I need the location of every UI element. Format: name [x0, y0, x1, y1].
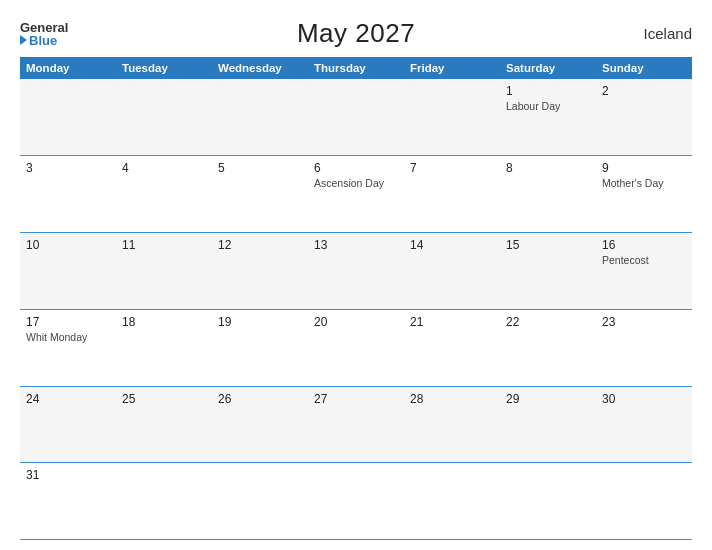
day-number: 8: [506, 161, 590, 175]
day-number: 21: [410, 315, 494, 329]
calendar-day-cell: 15: [500, 233, 596, 310]
calendar-week-row: 1Labour Day2: [20, 79, 692, 156]
header-tuesday: Tuesday: [116, 57, 212, 79]
calendar-day-cell: 7: [404, 156, 500, 233]
day-number: 13: [314, 238, 398, 252]
day-number: 3: [26, 161, 110, 175]
calendar-day-cell: 14: [404, 233, 500, 310]
calendar-day-cell: 8: [500, 156, 596, 233]
day-number: 16: [602, 238, 686, 252]
calendar-day-cell: 16Pentecost: [596, 233, 692, 310]
header-monday: Monday: [20, 57, 116, 79]
calendar-day-cell: [212, 463, 308, 540]
calendar-day-cell: 20: [308, 309, 404, 386]
calendar-day-cell: 22: [500, 309, 596, 386]
calendar-day-cell: 30: [596, 386, 692, 463]
calendar-day-cell: 18: [116, 309, 212, 386]
calendar-table: Monday Tuesday Wednesday Thursday Friday…: [20, 57, 692, 540]
calendar-day-cell: 26: [212, 386, 308, 463]
calendar-day-cell: [212, 79, 308, 156]
logo-general-text: General: [20, 21, 68, 34]
calendar-day-cell: 5: [212, 156, 308, 233]
calendar-week-row: 31: [20, 463, 692, 540]
calendar-day-cell: [500, 463, 596, 540]
day-number: 30: [602, 392, 686, 406]
day-number: 4: [122, 161, 206, 175]
calendar-day-cell: 31: [20, 463, 116, 540]
calendar-day-cell: 9Mother's Day: [596, 156, 692, 233]
calendar-day-cell: 19: [212, 309, 308, 386]
day-number: 19: [218, 315, 302, 329]
country-label: Iceland: [644, 25, 692, 42]
day-number: 31: [26, 468, 110, 482]
weekday-header-row: Monday Tuesday Wednesday Thursday Friday…: [20, 57, 692, 79]
calendar-day-cell: [308, 463, 404, 540]
calendar-day-cell: [116, 463, 212, 540]
holiday-label: Labour Day: [506, 100, 590, 112]
calendar-day-cell: 21: [404, 309, 500, 386]
day-number: 15: [506, 238, 590, 252]
calendar-header: General Blue May 2027 Iceland: [20, 18, 692, 49]
day-number: 23: [602, 315, 686, 329]
calendar-day-cell: 10: [20, 233, 116, 310]
day-number: 7: [410, 161, 494, 175]
day-number: 27: [314, 392, 398, 406]
calendar-day-cell: [116, 79, 212, 156]
holiday-label: Whit Monday: [26, 331, 110, 343]
header-wednesday: Wednesday: [212, 57, 308, 79]
calendar-week-row: 24252627282930: [20, 386, 692, 463]
logo: General Blue: [20, 21, 68, 47]
calendar-day-cell: 12: [212, 233, 308, 310]
day-number: 17: [26, 315, 110, 329]
calendar-week-row: 10111213141516Pentecost: [20, 233, 692, 310]
holiday-label: Pentecost: [602, 254, 686, 266]
day-number: 6: [314, 161, 398, 175]
calendar-day-cell: 24: [20, 386, 116, 463]
calendar-day-cell: 3: [20, 156, 116, 233]
day-number: 20: [314, 315, 398, 329]
day-number: 28: [410, 392, 494, 406]
header-saturday: Saturday: [500, 57, 596, 79]
calendar-day-cell: 1Labour Day: [500, 79, 596, 156]
calendar-day-cell: [20, 79, 116, 156]
day-number: 25: [122, 392, 206, 406]
calendar-day-cell: 11: [116, 233, 212, 310]
day-number: 12: [218, 238, 302, 252]
calendar-day-cell: 29: [500, 386, 596, 463]
day-number: 26: [218, 392, 302, 406]
calendar-day-cell: [404, 463, 500, 540]
calendar-page: General Blue May 2027 Iceland Monday Tue…: [0, 0, 712, 550]
header-sunday: Sunday: [596, 57, 692, 79]
calendar-day-cell: 25: [116, 386, 212, 463]
day-number: 22: [506, 315, 590, 329]
day-number: 9: [602, 161, 686, 175]
day-number: 1: [506, 84, 590, 98]
day-number: 10: [26, 238, 110, 252]
day-number: 14: [410, 238, 494, 252]
holiday-label: Ascension Day: [314, 177, 398, 189]
day-number: 11: [122, 238, 206, 252]
calendar-day-cell: [596, 463, 692, 540]
calendar-day-cell: [308, 79, 404, 156]
header-friday: Friday: [404, 57, 500, 79]
calendar-day-cell: 2: [596, 79, 692, 156]
calendar-week-row: 3456Ascension Day789Mother's Day: [20, 156, 692, 233]
logo-blue-text: Blue: [20, 34, 68, 47]
holiday-label: Mother's Day: [602, 177, 686, 189]
day-number: 24: [26, 392, 110, 406]
day-number: 5: [218, 161, 302, 175]
calendar-week-row: 17Whit Monday181920212223: [20, 309, 692, 386]
logo-triangle-icon: [20, 35, 27, 45]
day-number: 29: [506, 392, 590, 406]
calendar-day-cell: 6Ascension Day: [308, 156, 404, 233]
calendar-day-cell: 23: [596, 309, 692, 386]
calendar-day-cell: 28: [404, 386, 500, 463]
calendar-title: May 2027: [297, 18, 415, 49]
header-thursday: Thursday: [308, 57, 404, 79]
day-number: 18: [122, 315, 206, 329]
calendar-day-cell: 27: [308, 386, 404, 463]
calendar-day-cell: [404, 79, 500, 156]
calendar-day-cell: 17Whit Monday: [20, 309, 116, 386]
calendar-day-cell: 4: [116, 156, 212, 233]
calendar-day-cell: 13: [308, 233, 404, 310]
